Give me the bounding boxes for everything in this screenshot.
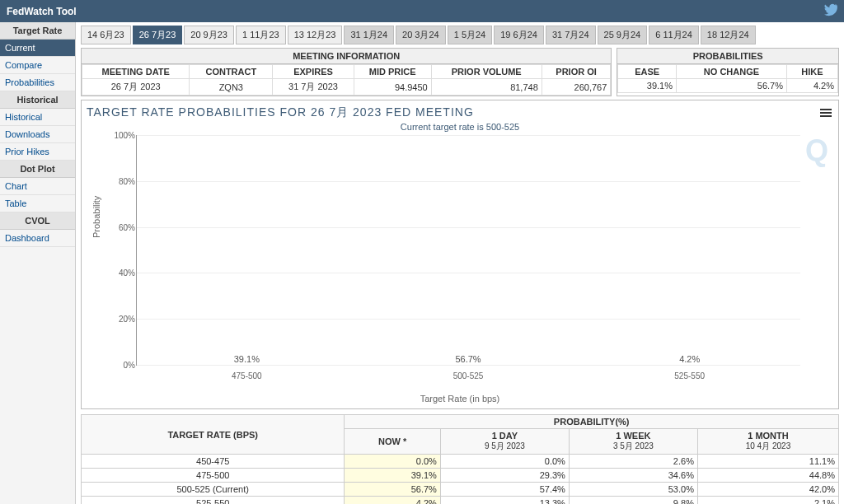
sidebar-item-current[interactable]: Current bbox=[0, 40, 75, 57]
prob-cell: 44.8% bbox=[697, 469, 838, 483]
prob-cell: 0.0% bbox=[440, 455, 569, 469]
tab-meeting-date[interactable]: 31 7月24 bbox=[546, 26, 596, 44]
prob-header: PROBABILITY(%) bbox=[345, 415, 839, 429]
app-title: FedWatch Tool bbox=[7, 6, 77, 17]
sidebar-group-header: Dot Plot bbox=[0, 161, 75, 178]
content: 14 6月2326 7月2320 9月231 11月2313 12月2331 1… bbox=[76, 22, 844, 504]
table-cell: 39.1% bbox=[618, 79, 677, 93]
tab-meeting-date[interactable]: 1 5月24 bbox=[448, 26, 493, 44]
rate-cell: 525-550 bbox=[82, 497, 345, 505]
table-cell: 4.2% bbox=[786, 79, 837, 93]
chart-subtitle: Current target rate is 500-525 bbox=[87, 122, 833, 132]
main-layout: Target RateCurrentCompareProbabilitiesHi… bbox=[0, 22, 844, 504]
table-header: EASE bbox=[618, 65, 677, 79]
prob-cell: 34.6% bbox=[569, 469, 697, 483]
prob-cell: 9.8% bbox=[569, 497, 697, 505]
bar-value-label: 39.1% bbox=[234, 354, 260, 364]
prob-cell: 57.4% bbox=[440, 483, 569, 497]
table-cell: 81,748 bbox=[431, 79, 542, 96]
tab-meeting-date[interactable]: 13 12月23 bbox=[288, 26, 343, 44]
table-header: CONTRACT bbox=[190, 65, 273, 79]
table-cell: 31 7月 2023 bbox=[273, 79, 354, 96]
table-header: 1 DAY9 5月 2023 bbox=[440, 429, 569, 455]
chart-ytick: 60% bbox=[112, 222, 135, 231]
rate-cell: 450-475 bbox=[82, 455, 345, 469]
prob-cell: 11.1% bbox=[697, 455, 838, 469]
table-header: PRIOR OI bbox=[542, 65, 611, 79]
prob-cell: 0.0% bbox=[345, 455, 440, 469]
sidebar-item-dashboard[interactable]: Dashboard bbox=[0, 230, 75, 247]
bar-value-label: 4.2% bbox=[679, 354, 700, 364]
probabilities-panel: PROBABILITIES EASENO CHANGEHIKE39.1%56.7… bbox=[617, 48, 839, 96]
table-cell: 56.7% bbox=[677, 79, 787, 93]
table-header: PRIOR VOLUME bbox=[431, 65, 542, 79]
table-header: 1 WEEK3 5月 2023 bbox=[569, 429, 697, 455]
meeting-info-table: MEETING DATECONTRACTEXPIRESMID PRICEPRIO… bbox=[82, 64, 611, 96]
bar-value-label: 56.7% bbox=[455, 354, 481, 364]
chart-xtick: 475-500 bbox=[232, 371, 262, 380]
prob-cell: 29.3% bbox=[440, 469, 569, 483]
tab-meeting-date[interactable]: 6 11月24 bbox=[649, 26, 699, 44]
chart-ylabel: Probability bbox=[91, 196, 101, 238]
chart-ytick: 80% bbox=[112, 176, 135, 185]
prob-cell: 56.7% bbox=[345, 483, 440, 497]
sidebar-item-chart[interactable]: Chart bbox=[0, 178, 75, 195]
tab-meeting-date[interactable]: 1 11月23 bbox=[236, 26, 286, 44]
meeting-info-title: MEETING INFORMATION bbox=[82, 49, 611, 64]
table-header: HIKE bbox=[786, 65, 837, 79]
sidebar-item-historical[interactable]: Historical bbox=[0, 109, 75, 126]
tab-meeting-date[interactable]: 19 6月24 bbox=[494, 26, 544, 44]
table-header: MID PRICE bbox=[354, 65, 431, 79]
tab-meeting-date[interactable]: 14 6月23 bbox=[81, 26, 131, 44]
chart-ytick: 0% bbox=[112, 361, 135, 370]
sidebar-item-table[interactable]: Table bbox=[0, 195, 75, 212]
table-header: 1 MONTH10 4月 2023 bbox=[697, 429, 838, 455]
table-header: MEETING DATE bbox=[82, 65, 190, 79]
chart-xtick: 500-525 bbox=[453, 371, 484, 380]
sidebar-item-prior-hikes[interactable]: Prior Hikes bbox=[0, 143, 75, 161]
sidebar-group-header: Historical bbox=[0, 91, 75, 109]
sidebar-item-probabilities[interactable]: Probabilities bbox=[0, 74, 75, 91]
tab-meeting-date[interactable]: 25 9月24 bbox=[598, 26, 648, 44]
tab-meeting-date[interactable]: 26 7月23 bbox=[133, 26, 183, 44]
chart-title: TARGET RATE PROBABILITIES FOR 26 7月 2023… bbox=[87, 105, 833, 120]
tab-meeting-date[interactable]: 31 1月24 bbox=[344, 26, 394, 44]
prob-cell: 2.6% bbox=[569, 455, 697, 469]
chart-xlabel: Target Rate (in bps) bbox=[87, 394, 833, 404]
rate-header: TARGET RATE (BPS) bbox=[82, 415, 345, 455]
sidebar: Target RateCurrentCompareProbabilitiesHi… bbox=[0, 22, 76, 504]
table-cell: 260,767 bbox=[542, 79, 611, 96]
prob-cell: 13.3% bbox=[440, 497, 569, 505]
probabilities-title: PROBABILITIES bbox=[617, 49, 838, 64]
info-row: MEETING INFORMATION MEETING DATECONTRACT… bbox=[81, 48, 839, 96]
chart-ytick: 100% bbox=[112, 131, 135, 140]
meeting-info-panel: MEETING INFORMATION MEETING DATECONTRACT… bbox=[81, 48, 612, 96]
twitter-icon[interactable] bbox=[824, 3, 837, 19]
prob-cell: 4.2% bbox=[345, 497, 440, 505]
sidebar-item-downloads[interactable]: Downloads bbox=[0, 126, 75, 143]
chart-ytick: 20% bbox=[112, 315, 135, 324]
table-cell: 94.9450 bbox=[354, 79, 431, 96]
watermark-icon: Q bbox=[805, 133, 828, 168]
tab-meeting-date[interactable]: 18 12月24 bbox=[701, 26, 756, 44]
meeting-date-tabs: 14 6月2326 7月2320 9月231 11月2313 12月2331 1… bbox=[81, 26, 839, 44]
rate-cell: 475-500 bbox=[82, 469, 345, 483]
title-bar: FedWatch Tool bbox=[0, 0, 844, 22]
table-header: NO CHANGE bbox=[677, 65, 787, 79]
chart-ytick: 40% bbox=[112, 268, 135, 278]
probabilities-table: EASENO CHANGEHIKE39.1%56.7%4.2% bbox=[617, 64, 838, 93]
tab-meeting-date[interactable]: 20 9月23 bbox=[184, 26, 234, 44]
rate-cell: 500-525 (Current) bbox=[82, 483, 345, 497]
probability-history-table: TARGET RATE (BPS) PROBABILITY(%) NOW *1 … bbox=[81, 414, 839, 504]
chart-xtick: 525-550 bbox=[674, 371, 705, 380]
sidebar-group-header: Target Rate bbox=[0, 22, 75, 40]
tab-meeting-date[interactable]: 20 3月24 bbox=[396, 26, 446, 44]
chart-menu-icon[interactable] bbox=[820, 107, 832, 119]
chart-area: Probability 0%20%40%60%80%100% 39.1%475-… bbox=[111, 135, 800, 390]
prob-cell: 53.0% bbox=[569, 483, 697, 497]
table-cell: ZQN3 bbox=[190, 79, 273, 96]
table-cell: 26 7月 2023 bbox=[82, 79, 190, 96]
prob-cell: 42.0% bbox=[697, 483, 838, 497]
sidebar-item-compare[interactable]: Compare bbox=[0, 57, 75, 74]
prob-cell: 39.1% bbox=[345, 469, 440, 483]
